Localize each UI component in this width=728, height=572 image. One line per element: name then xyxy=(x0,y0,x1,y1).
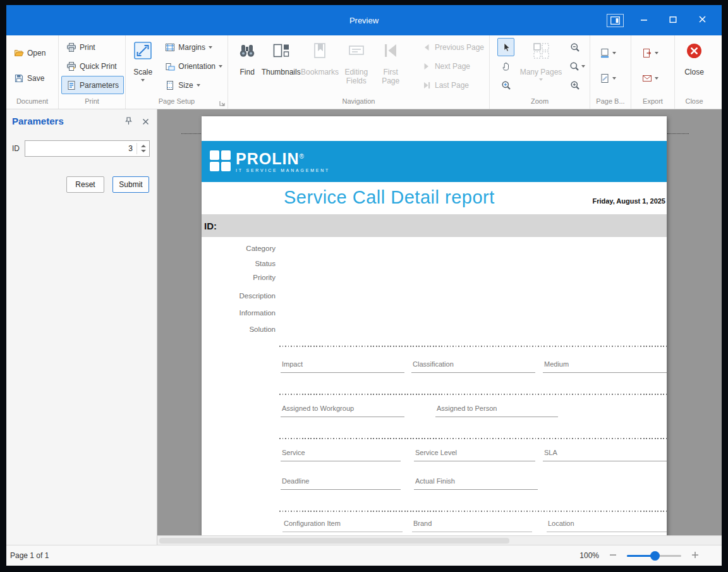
page-info: Page 1 of 1 xyxy=(6,551,49,560)
spin-up-icon[interactable] xyxy=(141,145,146,147)
save-icon xyxy=(14,73,24,83)
watermark-chevron-icon xyxy=(612,77,616,80)
last-page-icon xyxy=(422,80,432,90)
spin-buttons xyxy=(137,145,149,152)
group-label-page-setup: Page Setup xyxy=(126,97,228,109)
dotted-separator-2 xyxy=(279,394,667,395)
zoom-out-button[interactable] xyxy=(566,38,583,56)
report-field-service: Service xyxy=(281,447,401,461)
scale-label: Scale xyxy=(133,68,152,76)
close-window-button[interactable] xyxy=(688,5,717,35)
side-label-solution: Solution xyxy=(249,326,276,333)
parameters-button[interactable]: Parameters xyxy=(61,76,124,94)
next-page-button[interactable]: Next Page xyxy=(416,57,489,75)
ribbon-group-print: Print Quick Print Parameters Print xyxy=(59,35,126,109)
id-input[interactable] xyxy=(25,141,136,156)
save-button[interactable]: Save xyxy=(9,69,49,87)
report-field-medium: Medium xyxy=(543,359,667,373)
zoom-slider[interactable] xyxy=(627,555,681,557)
ribbon-group-export: Export xyxy=(631,35,675,109)
email-as-button[interactable] xyxy=(639,69,662,87)
ribbon-group-page-setup: Scale Margins Orien xyxy=(126,35,228,109)
margin-guide-right xyxy=(667,133,689,134)
report-field-assigned-workgroup: Assigned to Workgroup xyxy=(281,403,404,417)
dotted-separator-4 xyxy=(279,511,667,512)
open-button[interactable]: Open xyxy=(9,44,51,62)
close-preview-button[interactable]: Close xyxy=(677,35,712,76)
magnifier-tool-button[interactable] xyxy=(497,76,514,94)
size-icon xyxy=(165,80,175,90)
zoom-dropdown-button[interactable] xyxy=(566,57,589,75)
hand-tool-button[interactable] xyxy=(497,57,514,75)
report-field-sla: SLA xyxy=(543,447,667,461)
maximize-icon xyxy=(669,15,677,26)
print-label: Print xyxy=(80,43,95,52)
logo-subtitle: IT SERVICE MANAGEMENT xyxy=(236,168,330,173)
thumbnails-button[interactable]: Thumbnails xyxy=(261,35,301,76)
many-pages-button[interactable]: Many Pages xyxy=(519,35,562,81)
reset-button[interactable]: Reset xyxy=(66,176,104,193)
print-button[interactable]: Print xyxy=(61,38,100,56)
pointer-tool-button[interactable] xyxy=(497,38,514,56)
minimize-button[interactable] xyxy=(629,5,658,35)
window-controls xyxy=(600,5,717,35)
scale-button[interactable]: Scale xyxy=(130,35,156,82)
page-color-icon xyxy=(600,48,610,58)
margins-chevron-icon xyxy=(209,46,212,49)
report-id-band: ID: xyxy=(202,214,667,237)
ribbon-group-page-background: Page B... xyxy=(590,35,631,109)
zoom-in-button[interactable] xyxy=(566,76,583,94)
last-page-label: Last Page xyxy=(435,81,469,90)
orientation-chevron-icon xyxy=(219,65,222,68)
previous-page-icon xyxy=(422,42,432,52)
first-page-button[interactable]: First Page xyxy=(373,35,408,85)
prolin-logo-text: PROLIN® IT SERVICE MANAGEMENT xyxy=(236,149,330,173)
zoom-out-slider-button[interactable] xyxy=(609,551,617,561)
previous-page-button[interactable]: Previous Page xyxy=(416,38,489,56)
orientation-label: Orientation xyxy=(178,62,215,71)
orientation-icon xyxy=(165,61,175,71)
export-to-chevron-icon xyxy=(655,52,658,54)
thumbnails-icon xyxy=(272,39,291,62)
maximize-button[interactable] xyxy=(658,5,688,35)
zoom-dropdown-chevron-icon xyxy=(581,65,585,68)
quick-print-button[interactable]: Quick Print xyxy=(61,57,122,75)
titlebar: Preview xyxy=(6,5,722,35)
zoom-in-slider-button[interactable] xyxy=(691,551,699,561)
export-to-button[interactable] xyxy=(639,44,662,62)
spin-down-icon[interactable] xyxy=(141,150,146,152)
report-header-band: PROLIN® IT SERVICE MANAGEMENT xyxy=(202,141,667,182)
orientation-button[interactable]: Orientation xyxy=(160,57,228,75)
zoom-dropdown-icon xyxy=(569,61,579,71)
horizontal-scrollbar[interactable] xyxy=(157,535,722,545)
editing-fields-button[interactable]: Editing Fields xyxy=(339,35,373,85)
window-panel-icon xyxy=(607,14,624,27)
parameters-actions: Reset Submit xyxy=(66,176,149,193)
size-button[interactable]: Size xyxy=(160,76,228,94)
id-spin-editor xyxy=(25,140,150,157)
find-button[interactable]: Find xyxy=(233,35,261,76)
page-color-button[interactable] xyxy=(597,44,619,62)
submit-button[interactable]: Submit xyxy=(112,176,149,193)
ribbon-toolbar: Open Save Document Print xyxy=(6,35,722,109)
side-label-priority: Priority xyxy=(253,274,276,281)
horizontal-scrollbar-thumb[interactable] xyxy=(159,538,509,544)
page-setup-dialog-launcher[interactable] xyxy=(219,100,226,107)
zoom-out-icon xyxy=(570,42,580,52)
close-panel-button[interactable] xyxy=(140,116,151,128)
watermark-button[interactable] xyxy=(597,69,619,87)
scale-icon xyxy=(133,39,152,62)
last-page-button[interactable]: Last Page xyxy=(416,76,489,94)
magnifier-icon xyxy=(501,80,511,90)
report-date: Friday, August 1, 2025 xyxy=(592,197,665,205)
group-label-page-background: Page B... xyxy=(590,97,631,109)
page-color-chevron-icon xyxy=(612,52,616,54)
margin-guide-left xyxy=(181,133,201,134)
report-field-service-level: Service Level xyxy=(414,447,535,461)
zoom-slider-thumb[interactable] xyxy=(650,551,660,561)
ribbon-panel-button[interactable] xyxy=(600,5,629,35)
pin-panel-button[interactable] xyxy=(123,116,134,128)
margins-button[interactable]: Margins xyxy=(160,38,228,56)
bookmarks-button[interactable]: Bookmarks xyxy=(301,35,339,76)
pushpin-icon xyxy=(125,116,132,128)
